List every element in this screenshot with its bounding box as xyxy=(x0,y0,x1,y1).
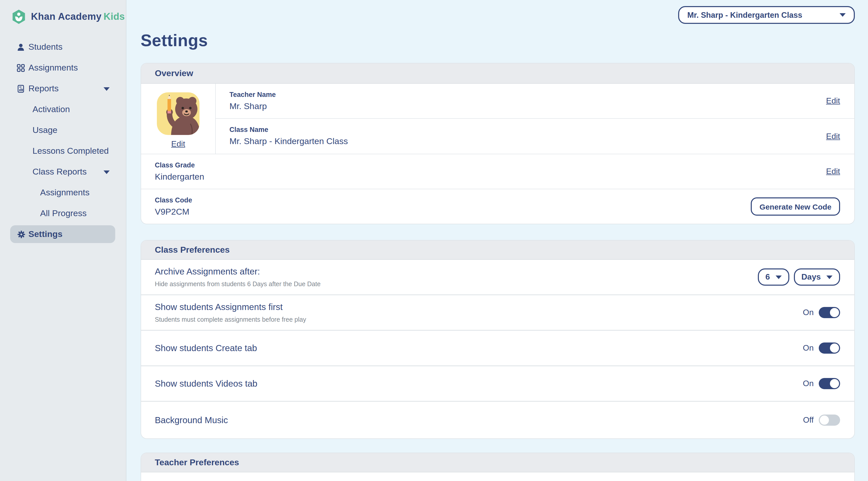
archive-number-select[interactable]: 6 xyxy=(758,268,789,286)
class-name-edit-link[interactable]: Edit xyxy=(826,132,840,141)
teacher-name-edit-link[interactable]: Edit xyxy=(826,96,840,105)
create-tab-text: Show students Create tab xyxy=(155,343,257,353)
archive-unit-select[interactable]: Days xyxy=(794,268,840,286)
class-code-row: Class Code V9P2CM Generate New Code xyxy=(141,189,854,224)
sidebar-item-settings[interactable]: Settings xyxy=(10,225,115,243)
assignments-first-toggle-wrap: On xyxy=(803,307,840,318)
sidebar-item-assignments[interactable]: Assignments xyxy=(0,57,126,78)
overview-top-section: Edit Teacher Name Mr. Sharp Edit Class N… xyxy=(141,84,854,154)
sidebar-item-label: Reports xyxy=(28,84,59,94)
toggle-knob xyxy=(830,344,839,353)
sidebar-item-label: Assignments xyxy=(28,63,78,73)
create-tab-toggle-wrap: On xyxy=(803,343,840,354)
sidebar-item-all-progress[interactable]: All Progress xyxy=(0,203,126,224)
teacher-preferences-body xyxy=(141,472,854,481)
main-content: Mr. Sharp - Kindergarten Class Settings … xyxy=(126,0,868,481)
field-value: Mr. Sharp xyxy=(229,101,276,111)
topbar: Mr. Sharp - Kindergarten Class xyxy=(141,6,855,24)
overview-card-header: Overview xyxy=(141,63,854,84)
sidebar-item-label: Assignments xyxy=(40,188,90,198)
sidebar-item-label: All Progress xyxy=(40,208,87,218)
generate-new-code-button[interactable]: Generate New Code xyxy=(751,197,840,216)
class-selector-value: Mr. Sharp - Kindergarten Class xyxy=(687,10,802,20)
toggle-knob xyxy=(830,308,839,317)
archive-controls: 6 Days xyxy=(758,268,840,286)
class-name-field: Class Name Mr. Sharp - Kindergarten Clas… xyxy=(229,126,348,147)
class-code-field: Class Code V9P2CM xyxy=(155,196,192,217)
sidebar-item-activation[interactable]: Activation xyxy=(0,99,126,120)
background-music-toggle[interactable] xyxy=(819,415,840,426)
gear-icon xyxy=(17,230,25,238)
sidebar-item-class-reports-assignments[interactable]: Assignments xyxy=(0,182,126,203)
avatar-edit-link[interactable]: Edit xyxy=(171,139,185,149)
sidebar-nav: Students Assignments Reports Activation … xyxy=(0,36,126,243)
videos-tab-row: Show students Videos tab On xyxy=(141,366,854,402)
toggle-state-label: Off xyxy=(803,416,814,425)
teacher-name-row: Teacher Name Mr. Sharp Edit xyxy=(216,84,854,119)
chevron-down-icon xyxy=(103,87,110,91)
toggle-state-label: On xyxy=(803,379,814,388)
archive-number-value: 6 xyxy=(766,272,770,282)
report-icon xyxy=(17,85,25,93)
sidebar: Khan AcademyKids Students Assignments Re… xyxy=(0,0,126,481)
sidebar-item-label: Class Reports xyxy=(32,167,87,177)
page-title: Settings xyxy=(141,30,855,51)
field-label: Class Name xyxy=(229,126,348,133)
chevron-down-icon xyxy=(776,275,782,279)
pref-label: Show students Videos tab xyxy=(155,378,257,389)
assignments-first-text: Show students Assignments first Students… xyxy=(155,302,306,323)
videos-tab-toggle[interactable] xyxy=(819,378,840,389)
pref-description: Hide assignments from students 6 Days af… xyxy=(155,281,320,288)
teacher-preferences-card-header: Teacher Preferences xyxy=(141,453,854,472)
toggle-state-label: On xyxy=(803,344,814,353)
sidebar-item-usage[interactable]: Usage xyxy=(0,120,126,140)
field-value: Kindergarten xyxy=(155,172,204,182)
pref-label: Archive Assignments after: xyxy=(155,266,320,277)
class-grade-field: Class Grade Kindergarten xyxy=(155,161,204,182)
grid-icon xyxy=(17,64,25,72)
sidebar-item-students[interactable]: Students xyxy=(0,36,126,57)
archive-assignments-text: Archive Assignments after: Hide assignme… xyxy=(155,266,320,288)
teacher-name-field: Teacher Name Mr. Sharp xyxy=(229,91,276,111)
class-preferences-card: Class Preferences Archive Assignments af… xyxy=(141,240,855,439)
videos-tab-text: Show students Videos tab xyxy=(155,378,257,389)
class-grade-edit-link[interactable]: Edit xyxy=(826,167,840,176)
sidebar-item-label: Lessons Completed xyxy=(32,146,109,156)
chevron-down-icon xyxy=(103,170,110,174)
overview-fields: Teacher Name Mr. Sharp Edit Class Name M… xyxy=(216,84,854,154)
teacher-preferences-title: Teacher Preferences xyxy=(155,457,239,468)
background-music-text: Background Music xyxy=(155,415,228,425)
class-preferences-card-header: Class Preferences xyxy=(141,241,854,260)
sidebar-item-label: Usage xyxy=(32,125,57,135)
field-label: Class Code xyxy=(155,196,192,204)
sidebar-item-class-reports[interactable]: Class Reports xyxy=(0,161,126,182)
logo-text: Khan AcademyKids xyxy=(31,11,125,22)
person-icon xyxy=(17,43,25,51)
pref-label: Background Music xyxy=(155,415,228,425)
assignments-first-toggle[interactable] xyxy=(819,307,840,318)
khan-kids-logo[interactable]: Khan AcademyKids xyxy=(0,0,126,24)
videos-tab-toggle-wrap: On xyxy=(803,378,840,389)
sidebar-item-label: Students xyxy=(28,42,62,52)
khan-kids-logo-icon xyxy=(11,9,26,24)
assignments-first-row: Show students Assignments first Students… xyxy=(141,295,854,331)
overview-card: Overview xyxy=(141,63,855,224)
field-label: Class Grade xyxy=(155,161,204,169)
class-name-row: Class Name Mr. Sharp - Kindergarten Clas… xyxy=(216,119,854,154)
bear-avatar xyxy=(157,92,199,135)
archive-assignments-row: Archive Assignments after: Hide assignme… xyxy=(141,260,854,295)
avatar-cell: Edit xyxy=(141,84,216,154)
background-music-row: Background Music Off xyxy=(141,402,854,438)
toggle-knob xyxy=(820,416,829,425)
chevron-down-icon xyxy=(826,275,833,279)
sidebar-item-lessons-completed[interactable]: Lessons Completed xyxy=(0,140,126,161)
field-label: Teacher Name xyxy=(229,91,276,98)
sidebar-item-label: Settings xyxy=(28,229,62,239)
class-selector-dropdown[interactable]: Mr. Sharp - Kindergarten Class xyxy=(678,6,855,24)
pref-label: Show students Assignments first xyxy=(155,302,306,313)
create-tab-row: Show students Create tab On xyxy=(141,331,854,366)
create-tab-toggle[interactable] xyxy=(819,343,840,354)
class-preferences-title: Class Preferences xyxy=(155,245,230,255)
toggle-knob xyxy=(830,379,839,388)
sidebar-item-reports[interactable]: Reports xyxy=(0,78,126,99)
